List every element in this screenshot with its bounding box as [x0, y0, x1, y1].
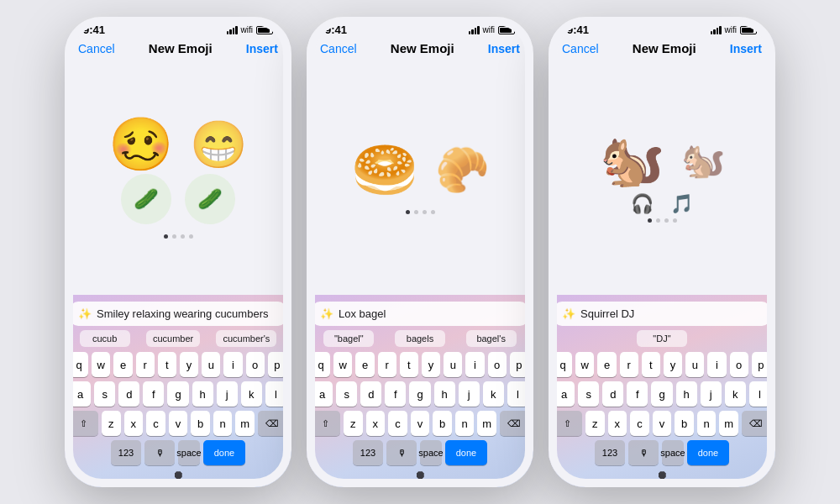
key-m-3[interactable]: m	[719, 411, 738, 436]
key-r-3[interactable]: r	[620, 352, 638, 377]
space-key-3[interactable]: space	[662, 440, 684, 465]
key-a-1[interactable]: a	[70, 381, 91, 407]
key-q-3[interactable]: q	[554, 352, 572, 377]
key-h-3[interactable]: h	[676, 381, 697, 407]
cancel-button-3[interactable]: Cancel	[562, 42, 599, 55]
key-y-1[interactable]: y	[180, 352, 198, 377]
key-i-1[interactable]: i	[223, 352, 242, 377]
key-c-2[interactable]: c	[388, 411, 407, 436]
key-i-2[interactable]: i	[465, 352, 484, 377]
key-e-2[interactable]: e	[355, 352, 374, 377]
suggestion-2-1[interactable]: "bagel"	[323, 330, 374, 347]
cancel-button-1[interactable]: Cancel	[78, 42, 115, 55]
key-g-1[interactable]: g	[167, 381, 188, 407]
key-o-2[interactable]: o	[488, 352, 507, 377]
suggestion-1-3[interactable]: cucumber's	[216, 330, 276, 347]
key-o-1[interactable]: o	[246, 352, 265, 377]
key-x-2[interactable]: x	[366, 411, 386, 436]
suggestion-3-1[interactable]: "DJ"	[637, 330, 687, 347]
shift-key-2[interactable]: ⇧	[312, 411, 340, 436]
key-j-2[interactable]: j	[459, 381, 480, 407]
shift-key-3[interactable]: ⇧	[554, 411, 582, 436]
key-n-2[interactable]: n	[455, 411, 475, 436]
mic-key-3[interactable]: 🎙	[628, 440, 659, 465]
key-i-3[interactable]: i	[707, 352, 726, 377]
space-key-1[interactable]: space	[178, 440, 200, 465]
key-a-3[interactable]: a	[554, 381, 575, 407]
key-y-2[interactable]: y	[422, 352, 440, 377]
key-n-1[interactable]: n	[213, 411, 233, 436]
key-c-1[interactable]: c	[146, 411, 165, 436]
key-q-1[interactable]: q	[70, 352, 88, 377]
key-a-2[interactable]: a	[312, 381, 333, 407]
emoji-main-1[interactable]: 🥴	[108, 118, 173, 171]
key-u-1[interactable]: u	[202, 352, 220, 377]
done-key-1[interactable]: done	[203, 440, 245, 465]
shift-key-1[interactable]: ⇧	[70, 411, 98, 436]
mic-key-2[interactable]: 🎙	[386, 440, 417, 465]
key-l-2[interactable]: l	[507, 381, 528, 407]
done-key-2[interactable]: done	[445, 440, 487, 465]
key-b-3[interactable]: b	[675, 411, 694, 436]
key-p-3[interactable]: p	[752, 352, 770, 377]
backspace-key-2[interactable]: ⌫	[500, 411, 528, 436]
suggestion-1-1[interactable]: cucub	[80, 330, 130, 347]
key-b-2[interactable]: b	[433, 411, 452, 436]
key-z-3[interactable]: z	[585, 411, 605, 436]
num-key-3[interactable]: 123	[595, 440, 625, 465]
key-v-3[interactable]: v	[653, 411, 672, 436]
num-key-1[interactable]: 123	[111, 440, 141, 465]
key-h-2[interactable]: h	[434, 381, 455, 407]
key-s-2[interactable]: s	[336, 381, 357, 407]
insert-button-2[interactable]: Insert	[488, 42, 520, 55]
key-e-3[interactable]: e	[597, 352, 616, 377]
key-v-2[interactable]: v	[411, 411, 430, 436]
key-w-3[interactable]: w	[575, 352, 594, 377]
key-x-1[interactable]: x	[124, 411, 144, 436]
search-bar-3[interactable]: ✨ Squirrel DJ	[554, 302, 770, 326]
key-p-1[interactable]: p	[268, 352, 286, 377]
key-o-3[interactable]: o	[730, 352, 748, 377]
search-bar-1[interactable]: ✨ Smiley relaxing wearing cucumbers	[70, 302, 286, 326]
backspace-key-3[interactable]: ⌫	[742, 411, 770, 436]
key-d-2[interactable]: d	[360, 381, 381, 407]
key-l-3[interactable]: l	[749, 381, 770, 407]
key-s-3[interactable]: s	[578, 381, 599, 407]
key-w-1[interactable]: w	[92, 352, 110, 377]
key-h-1[interactable]: h	[192, 381, 213, 407]
key-c-3[interactable]: c	[630, 411, 649, 436]
key-p-2[interactable]: p	[510, 352, 528, 377]
suggestion-2-3[interactable]: bagel's	[466, 330, 517, 347]
key-m-2[interactable]: m	[477, 411, 496, 436]
key-k-1[interactable]: k	[241, 381, 262, 407]
key-s-1[interactable]: s	[94, 381, 115, 407]
key-k-3[interactable]: k	[725, 381, 746, 407]
key-v-1[interactable]: v	[169, 411, 188, 436]
key-g-2[interactable]: g	[409, 381, 430, 407]
key-r-2[interactable]: r	[378, 352, 396, 377]
key-g-3[interactable]: g	[651, 381, 672, 407]
emoji-alt-2[interactable]: 🥐	[435, 148, 490, 192]
key-d-3[interactable]: d	[602, 381, 623, 407]
key-b-1[interactable]: b	[191, 411, 210, 436]
done-key-3[interactable]: done	[687, 440, 729, 465]
key-r-1[interactable]: r	[136, 352, 155, 377]
emoji-main-2[interactable]: 🥯	[351, 143, 418, 197]
key-m-1[interactable]: m	[235, 411, 255, 436]
key-e-1[interactable]: e	[113, 352, 132, 377]
key-t-2[interactable]: t	[400, 352, 418, 377]
cancel-button-2[interactable]: Cancel	[320, 42, 357, 55]
key-u-2[interactable]: u	[444, 352, 462, 377]
num-key-2[interactable]: 123	[353, 440, 383, 465]
key-x-3[interactable]: x	[608, 411, 627, 436]
mic-key-1[interactable]: 🎙	[144, 440, 175, 465]
emoji-main-3[interactable]: 🐿️	[600, 134, 664, 186]
key-z-1[interactable]: z	[102, 411, 121, 436]
key-y-3[interactable]: y	[664, 352, 682, 377]
key-f-2[interactable]: f	[385, 381, 406, 407]
emoji-alt-3[interactable]: 🐿️	[681, 143, 725, 178]
search-bar-2[interactable]: ✨ Lox bagel	[312, 302, 528, 326]
insert-button-3[interactable]: Insert	[730, 42, 762, 55]
key-n-3[interactable]: n	[697, 411, 717, 436]
key-f-3[interactable]: f	[627, 381, 648, 407]
